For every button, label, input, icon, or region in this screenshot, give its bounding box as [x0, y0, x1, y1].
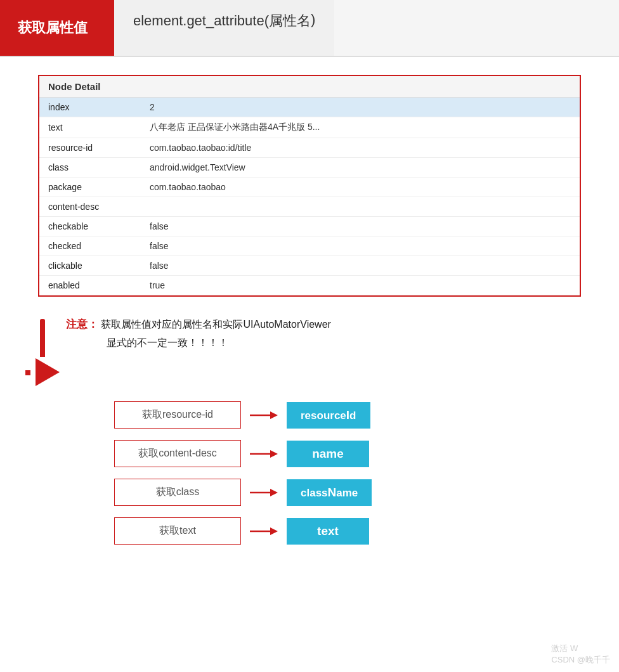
- table-cell-value: false: [141, 217, 580, 236]
- table-cell-value: [141, 197, 580, 217]
- table-cell-value: 2: [141, 98, 580, 117]
- mapping-right-box: name: [287, 441, 369, 467]
- table-row: clickablefalse: [39, 256, 580, 276]
- arrow-right-big: [36, 358, 60, 386]
- mapping-row: 获取resource-id resourceId: [114, 401, 619, 429]
- table-cell-key: checked: [39, 236, 141, 256]
- watermark: 激活 W CSDN @晚千千: [542, 636, 619, 672]
- bold-char: name: [312, 447, 344, 460]
- table-cell-key: content-desc: [39, 197, 141, 217]
- header-code: element.get_attribute(属性名 ): [114, 0, 334, 56]
- table-cell-value: 八年老店 正品保证小米路由器4A千兆版 5...: [141, 117, 580, 138]
- table-row: enabledtrue: [39, 276, 580, 295]
- table-cell-key: enabled: [39, 276, 141, 295]
- notice-arrow: [25, 319, 60, 386]
- notice-section: 注意： 获取属性值对应的属性名和实际UIAutoMatorViewer 显式的不…: [25, 316, 594, 386]
- mapping-right-box: className: [287, 479, 372, 506]
- table-row: index2: [39, 98, 580, 117]
- vertical-bar: [40, 319, 45, 357]
- table-row: classandroid.widget.TextView: [39, 158, 580, 178]
- table-cell-key: checkable: [39, 217, 141, 236]
- bold-char: text: [317, 524, 339, 538]
- table-row: checkedfalse: [39, 236, 580, 256]
- table-row: checkablefalse: [39, 217, 580, 236]
- table-cell-value: false: [141, 236, 580, 256]
- table-cell-value: false: [141, 256, 580, 276]
- table-cell-value: true: [141, 276, 580, 295]
- code-line2: ): [311, 11, 315, 28]
- table-row: content-desc: [39, 197, 580, 217]
- mapping-left-box: 获取content-desc: [114, 440, 241, 467]
- table-row: resource-idcom.taobao.taobao:id/title: [39, 138, 580, 158]
- notice-label: 注意：: [66, 318, 98, 330]
- table-header: Node Detail: [39, 76, 580, 98]
- svg-marker-5: [270, 489, 278, 496]
- svg-marker-1: [270, 411, 278, 419]
- mapping-arrow: [250, 525, 278, 538]
- mapping-arrow: [250, 486, 278, 499]
- mapping-right-box: text: [287, 518, 369, 545]
- table-cell-value: com.taobao.taobao: [141, 178, 580, 197]
- mapping-row: 获取text text: [114, 517, 619, 545]
- mapping-left-box: 获取class: [114, 479, 241, 506]
- notice-text2: 显式的不一定一致！！！！: [107, 337, 228, 348]
- mapping-right-box: resourceId: [287, 402, 370, 429]
- mapping-row: 获取content-desc name: [114, 440, 619, 467]
- table-cell-value: com.taobao.taobao:id/title: [141, 138, 580, 158]
- table-cell-key: package: [39, 178, 141, 197]
- header-label: 获取属性值: [0, 0, 114, 56]
- mapping-row: 获取class className: [114, 479, 619, 506]
- code-line1: element.get_attribute(属性名: [133, 11, 311, 30]
- mapping-left-box: 获取resource-id: [114, 401, 241, 429]
- node-detail-table-container: Node Detail index2text 八年老店 正品保证小米路由器4A千…: [38, 75, 581, 297]
- mapping-arrow: [250, 448, 278, 460]
- table-cell-value: android.widget.TextView: [141, 158, 580, 178]
- header-section: 获取属性值 element.get_attribute(属性名 ): [0, 0, 619, 57]
- table-cell-key: index: [39, 98, 141, 117]
- table-cell-key: text: [39, 117, 141, 138]
- bold-char: N: [328, 486, 337, 499]
- bold-char: I: [346, 408, 349, 422]
- table-row: packagecom.taobao.taobao: [39, 178, 580, 197]
- watermark-line1: 激活 W: [551, 643, 610, 654]
- table-cell-key: class: [39, 158, 141, 178]
- notice-text: 注意： 获取属性值对应的属性名和实际UIAutoMatorViewer 显式的不…: [66, 316, 331, 351]
- table-cell-key: clickable: [39, 256, 141, 276]
- watermark-line2: CSDN @晚千千: [551, 654, 610, 666]
- node-table: Node Detail index2text 八年老店 正品保证小米路由器4A千…: [39, 76, 580, 295]
- mapping-section: 获取resource-id resourceId获取content-desc n…: [114, 401, 619, 545]
- notice-text1: 获取属性值对应的属性名和实际UIAutoMatorViewer: [101, 319, 330, 330]
- svg-marker-7: [270, 527, 278, 535]
- table-row: text 八年老店 正品保证小米路由器4A千兆版 5...: [39, 117, 580, 138]
- mapping-left-box: 获取text: [114, 517, 241, 545]
- mapping-arrow: [250, 409, 278, 422]
- table-cell-key: resource-id: [39, 138, 141, 158]
- svg-marker-3: [270, 450, 278, 458]
